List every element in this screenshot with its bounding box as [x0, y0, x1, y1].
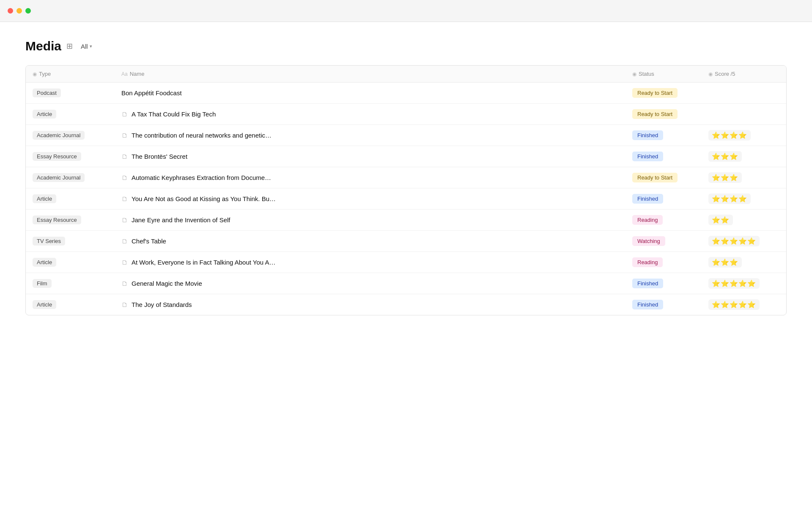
page-title: Media [25, 39, 61, 53]
stars-display: ⭐⭐⭐⭐ [708, 193, 751, 204]
table-row[interactable]: Article🗋A Tax That Could Fix Big TechRea… [26, 104, 786, 125]
document-icon: 🗋 [121, 174, 128, 181]
stars-display: ⭐⭐⭐⭐ [708, 130, 751, 141]
table-row[interactable]: Essay Resource🗋Jane Eyre and the Inventi… [26, 210, 786, 231]
item-name: The Brontës' Secret [132, 153, 187, 160]
type-badge: Article [33, 194, 56, 203]
score-cell: ⭐⭐⭐⭐⭐ [702, 273, 786, 294]
stars-display: ⭐⭐⭐ [708, 172, 742, 183]
document-icon: 🗋 [121, 153, 128, 160]
status-cell[interactable]: Finished [625, 294, 702, 315]
score-cell: ⭐⭐⭐⭐ [702, 125, 786, 146]
item-name: Automatic Keyphrases Extraction from Doc… [132, 174, 271, 181]
status-badge: Finished [632, 130, 663, 140]
type-cell: Article [26, 294, 115, 315]
type-badge: Essay Resource [33, 152, 81, 161]
status-badge: Reading [632, 215, 663, 225]
name-cell[interactable]: 🗋You Are Not as Good at Kissing as You T… [115, 188, 625, 210]
column-header-type[interactable]: ◉ Type [26, 66, 115, 83]
status-col-label: Status [639, 71, 654, 77]
name-cell[interactable]: 🗋The Brontës' Secret [115, 146, 625, 167]
type-badge: Article [33, 300, 56, 309]
type-cell: Essay Resource [26, 146, 115, 167]
column-header-status[interactable]: ◉ Status [625, 66, 702, 83]
status-cell[interactable]: Finished [625, 188, 702, 210]
minimize-button[interactable] [16, 8, 22, 14]
table-row[interactable]: Film🗋General Magic the MovieFinished⭐⭐⭐⭐… [26, 273, 786, 294]
status-badge: Finished [632, 152, 663, 161]
item-name: The Joy of Standards [132, 301, 192, 308]
type-cell: Academic Journal [26, 167, 115, 188]
type-cell: Article [26, 104, 115, 125]
stars-display: ⭐⭐ [708, 215, 733, 225]
table-row[interactable]: Academic Journal🗋The contribution of neu… [26, 125, 786, 146]
document-icon: 🗋 [121, 195, 128, 202]
status-cell[interactable]: Finished [625, 273, 702, 294]
type-badge: Article [33, 110, 56, 119]
item-name: Jane Eyre and the Invention of Self [132, 216, 230, 224]
name-cell[interactable]: 🗋At Work, Everyone Is in Fact Talking Ab… [115, 252, 625, 273]
type-cell: Article [26, 188, 115, 210]
score-cell [702, 83, 786, 104]
name-cell[interactable]: 🗋A Tax That Could Fix Big Tech [115, 104, 625, 125]
item-name: You Are Not as Good at Kissing as You Th… [132, 195, 276, 202]
type-badge: Article [33, 258, 56, 267]
table-row[interactable]: Academic Journal🗋Automatic Keyphrases Ex… [26, 167, 786, 188]
status-cell[interactable]: Ready to Start [625, 83, 702, 104]
document-icon: 🗋 [121, 132, 128, 139]
view-selector[interactable]: All ▾ [78, 41, 95, 51]
status-cell[interactable]: Finished [625, 146, 702, 167]
type-badge: TV Series [33, 237, 65, 246]
stars-display: ⭐⭐⭐⭐⭐ [708, 236, 760, 246]
name-cell[interactable]: 🗋The contribution of neural networks and… [115, 125, 625, 146]
status-badge: Reading [632, 257, 663, 267]
item-name: The contribution of neural networks and … [132, 132, 272, 139]
status-badge: Finished [632, 300, 663, 309]
type-badge: Podcast [33, 88, 61, 97]
document-icon: 🗋 [121, 280, 128, 287]
score-cell: ⭐⭐ [702, 210, 786, 231]
type-badge: Academic Journal [33, 173, 85, 182]
table-header-row: ◉ Type Aa Name ◉ Status [26, 66, 786, 83]
stars-display: ⭐⭐⭐ [708, 151, 742, 162]
type-badge: Film [33, 279, 52, 288]
name-col-icon: Aa [121, 71, 128, 77]
status-badge: Ready to Start [632, 88, 678, 98]
status-cell[interactable]: Ready to Start [625, 167, 702, 188]
type-cell: TV Series [26, 231, 115, 252]
status-badge: Ready to Start [632, 109, 678, 119]
name-cell[interactable]: 🗋Automatic Keyphrases Extraction from Do… [115, 167, 625, 188]
table-row[interactable]: Article🗋At Work, Everyone Is in Fact Tal… [26, 252, 786, 273]
name-cell[interactable]: Bon Appétit Foodcast [115, 83, 625, 104]
view-label: All [81, 43, 88, 50]
document-icon: 🗋 [121, 110, 128, 118]
score-cell: ⭐⭐⭐⭐⭐ [702, 294, 786, 315]
document-icon: 🗋 [121, 259, 128, 266]
table-row[interactable]: Article🗋The Joy of StandardsFinished⭐⭐⭐⭐… [26, 294, 786, 315]
type-col-label: Type [39, 71, 51, 77]
name-col-label: Name [130, 71, 145, 77]
type-badge: Academic Journal [33, 131, 85, 140]
status-cell[interactable]: Reading [625, 210, 702, 231]
column-header-name[interactable]: Aa Name [115, 66, 625, 83]
status-cell[interactable]: Ready to Start [625, 104, 702, 125]
status-cell[interactable]: Reading [625, 252, 702, 273]
column-header-score[interactable]: ◉ Score /5 [702, 66, 786, 83]
type-cell: Podcast [26, 83, 115, 104]
table-row[interactable]: PodcastBon Appétit FoodcastReady to Star… [26, 83, 786, 104]
table-row[interactable]: Article🗋You Are Not as Good at Kissing a… [26, 188, 786, 210]
name-cell[interactable]: 🗋The Joy of Standards [115, 294, 625, 315]
name-cell[interactable]: 🗋General Magic the Movie [115, 273, 625, 294]
status-cell[interactable]: Finished [625, 125, 702, 146]
status-cell[interactable]: Watching [625, 231, 702, 252]
item-name: A Tax That Could Fix Big Tech [132, 110, 216, 118]
close-button[interactable] [8, 8, 13, 14]
page-header: Media ⊞ All ▾ [25, 39, 787, 53]
status-badge: Finished [632, 279, 663, 288]
table-row[interactable]: TV Series🗋Chef's TableWatching⭐⭐⭐⭐⭐ [26, 231, 786, 252]
name-cell[interactable]: 🗋Chef's Table [115, 231, 625, 252]
maximize-button[interactable] [25, 8, 31, 14]
item-name: At Work, Everyone Is in Fact Talking Abo… [132, 259, 275, 266]
table-row[interactable]: Essay Resource🗋The Brontës' SecretFinish… [26, 146, 786, 167]
name-cell[interactable]: 🗋Jane Eyre and the Invention of Self [115, 210, 625, 231]
